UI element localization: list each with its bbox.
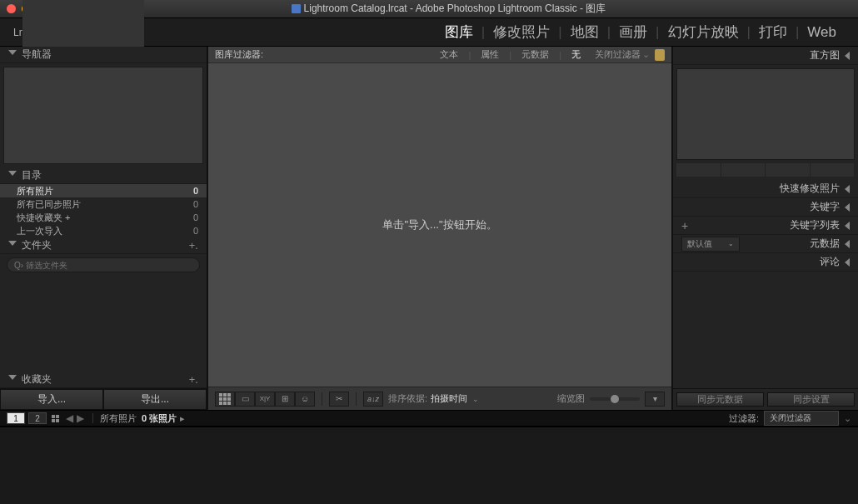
histogram-header[interactable]: 直方图	[673, 47, 858, 65]
quick-develop-header[interactable]: 快速修改照片	[673, 180, 858, 198]
catalog-item[interactable]: 所有已同步照片0	[0, 197, 207, 211]
chevron-down-icon[interactable]: ⌄	[472, 395, 479, 403]
module-tab-2[interactable]: 地图	[562, 22, 607, 42]
folders-label: 文件夹	[22, 238, 52, 252]
metadata-label: 元数据	[810, 237, 840, 251]
module-tab-6[interactable]: Web	[799, 24, 845, 41]
catalog-item-count: 0	[193, 186, 198, 196]
sync-settings-button[interactable]: 同步设置	[767, 392, 855, 407]
catalog-item-label: 上一次导入	[17, 225, 62, 237]
filter-option[interactable]: 无	[567, 48, 585, 61]
catalog-item-count: 0	[193, 226, 198, 236]
metadata-preset-dropdown[interactable]: 默认值⌄	[681, 237, 740, 252]
module-tabs: 图库|修改照片|地图|画册|幻灯片放映|打印|Web	[436, 22, 845, 42]
add-keyword-icon[interactable]: +	[681, 219, 688, 232]
window-title-text: Lightroom Catalog.lrcat - Adobe Photosho…	[304, 2, 606, 16]
sort-value[interactable]: 拍摄时间	[431, 392, 467, 405]
catalog-item[interactable]: 快捷收藏夹 +0	[0, 211, 207, 224]
compare-view-button[interactable]: X|Y	[255, 392, 275, 407]
catalog-item[interactable]: 上一次导入0	[0, 224, 207, 237]
folder-search[interactable]	[7, 257, 200, 272]
survey-view-button[interactable]: ⊞	[275, 392, 295, 407]
sync-buttons: 同步元数据 同步设置	[673, 388, 858, 410]
window-title: Lightroom Catalog.lrcat - Adobe Photosho…	[46, 2, 851, 16]
thumbnail-size-slider[interactable]	[590, 397, 640, 401]
navigator-label: 导航器	[22, 47, 52, 62]
chevron-left-icon	[845, 240, 850, 248]
catalog-header[interactable]: 目录	[0, 167, 207, 184]
thumbnail-size-label: 缩览图	[557, 392, 585, 405]
next-arrow-icon[interactable]: ▶	[75, 412, 86, 424]
sort-label: 排序依据:	[388, 392, 427, 405]
catalog-item-label: 快捷收藏夹 +	[17, 212, 70, 224]
sort-label-group: 排序依据: 拍摄时间 ⌄	[388, 392, 479, 405]
breadcrumb-path[interactable]: 所有照片	[100, 412, 137, 425]
metadata-header[interactable]: 默认值⌄ 元数据	[673, 235, 858, 253]
filter-menu-icon[interactable]: ⌄	[844, 413, 851, 424]
page-1-button[interactable]: 1	[7, 412, 25, 424]
navigator-header[interactable]: 导航器	[0, 47, 207, 63]
library-filter-bar: 图库过滤器: 文本|属性|元数据|无 关闭过滤器 ⌄	[208, 47, 671, 63]
keyword-list-header[interactable]: + 关键字列表	[673, 217, 858, 235]
sync-metadata-button[interactable]: 同步元数据	[676, 392, 764, 407]
toolbar-menu-button[interactable]: ▾	[645, 392, 665, 407]
catalog-label: 目录	[22, 168, 42, 182]
histogram-display[interactable]	[676, 68, 855, 160]
collections-header[interactable]: 收藏夹 +.	[0, 372, 207, 388]
chevron-down-icon	[8, 241, 17, 250]
prev-arrow-icon[interactable]: ◀	[64, 412, 75, 424]
chevron-down-icon	[8, 50, 17, 59]
loupe-view-button[interactable]: ▭	[235, 392, 255, 407]
filmstrip[interactable]	[0, 427, 858, 492]
chevron-left-icon	[845, 222, 850, 230]
filter-options: 文本|属性|元数据|无	[436, 48, 585, 61]
histogram-label: 直方图	[810, 48, 840, 62]
close-filter-button[interactable]: 关闭过滤器	[595, 48, 641, 61]
catalog-item-count: 0	[193, 212, 198, 222]
breadcrumb-arrow-icon[interactable]: ▸	[180, 413, 185, 424]
navigator-preview[interactable]	[3, 67, 203, 164]
filter-option[interactable]: 属性	[476, 48, 503, 61]
grid-view-button[interactable]	[215, 392, 235, 407]
grid-view-canvas[interactable]: 单击"导入..."按钮开始。	[208, 63, 671, 387]
module-tab-0[interactable]: 图库	[436, 22, 481, 42]
module-tab-1[interactable]: 修改照片	[485, 22, 558, 42]
module-tab-4[interactable]: 幻灯片放映	[660, 22, 747, 42]
grid-icon[interactable]	[52, 415, 59, 422]
page-2-button[interactable]: 2	[28, 412, 47, 424]
keywords-header[interactable]: 关键字	[673, 198, 858, 217]
lightroom-logo: Lr	[13, 27, 22, 38]
people-view-button[interactable]: ☺	[295, 392, 315, 407]
catalog-item[interactable]: 所有照片0	[0, 184, 207, 197]
filmstrip-filter-dropdown[interactable]: 关闭过滤器	[764, 411, 839, 426]
comments-label: 评论	[820, 255, 840, 269]
filter-option[interactable]: 元数据	[517, 48, 553, 61]
lock-icon[interactable]	[655, 49, 665, 61]
empty-state-message: 单击"导入..."按钮开始。	[382, 217, 496, 232]
catalog-item-label: 所有已同步照片	[17, 198, 81, 211]
collections-label: 收藏夹	[22, 372, 52, 387]
sort-direction-button[interactable]: a↓z	[363, 392, 383, 407]
chevron-down-icon	[8, 171, 17, 180]
left-panel: 导航器 目录 所有照片0所有已同步照片0快捷收藏夹 +0上一次导入0 文件夹 +…	[0, 47, 207, 410]
comments-header[interactable]: 评论	[673, 253, 858, 272]
chevron-icon[interactable]: ⌄	[642, 49, 650, 60]
export-button[interactable]: 导出...	[103, 389, 207, 410]
folders-header[interactable]: 文件夹 +.	[0, 237, 207, 254]
painter-tool-button[interactable]: ✂	[329, 392, 349, 407]
keyword-list-label: 关键字列表	[790, 218, 840, 232]
histogram-info-bar	[676, 163, 855, 177]
import-export-row: 导入... 导出...	[0, 388, 207, 410]
filmstrip-filter-label: 过滤器:	[729, 412, 759, 425]
import-button[interactable]: 导入...	[0, 389, 103, 410]
chevron-down-icon	[8, 375, 17, 384]
keywords-label: 关键字	[810, 200, 840, 214]
right-panel: 直方图 快速修改照片 关键字 + 关键字列表 默认值⌄ 元数据 评论	[673, 47, 858, 410]
add-folder-icon[interactable]: +.	[189, 239, 198, 252]
folder-search-input[interactable]	[14, 261, 192, 270]
filter-option[interactable]: 文本	[436, 48, 462, 61]
module-tab-5[interactable]: 打印	[751, 22, 796, 42]
add-collection-icon[interactable]: +.	[189, 373, 198, 386]
catalog-item-count: 0	[193, 199, 198, 209]
module-tab-3[interactable]: 画册	[611, 22, 656, 42]
